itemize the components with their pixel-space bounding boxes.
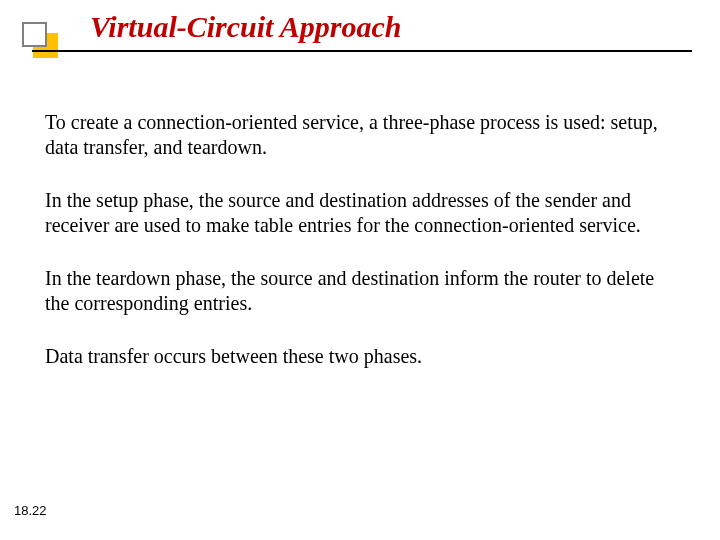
slide-title: Virtual-Circuit Approach — [90, 10, 401, 44]
title-bullet-icon — [22, 22, 64, 64]
paragraph: To create a connection-oriented service,… — [45, 110, 675, 160]
paragraph: Data transfer occurs between these two p… — [45, 344, 675, 369]
paragraph: In the teardown phase, the source and de… — [45, 266, 675, 316]
content-area: To create a connection-oriented service,… — [45, 110, 675, 397]
title-underline — [32, 50, 692, 52]
paragraph: In the setup phase, the source and desti… — [45, 188, 675, 238]
page-number: 18.22 — [14, 503, 47, 518]
